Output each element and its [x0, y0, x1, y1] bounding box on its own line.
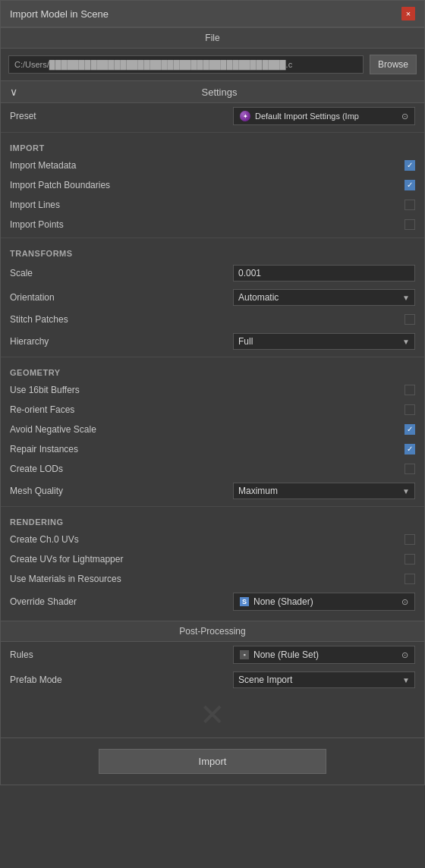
hierarchy-label: Hierarchy	[10, 336, 233, 347]
create-ch0-row: Create Ch.0 UVs	[1, 530, 424, 549]
reorient-control	[405, 404, 415, 415]
import-metadata-row: Import Metadata	[1, 156, 424, 175]
prefab-mode-value: Scene Import	[238, 675, 292, 685]
file-path-input[interactable]: C:/Users/███████████████████████████████…	[8, 55, 364, 74]
rules-value: None (Rule Set)	[253, 649, 397, 660]
rules-end-icon: ⊙	[401, 650, 408, 660]
prefab-mode-label: Prefab Mode	[10, 675, 233, 685]
create-ch0-control	[405, 534, 415, 545]
rules-control: ▪ None (Rule Set) ⊙	[233, 646, 415, 664]
avoid-negative-label: Avoid Negative Scale	[10, 424, 405, 435]
avoid-negative-checkbox[interactable]	[405, 424, 415, 435]
rendering-group-title: RENDERING	[1, 510, 424, 530]
shader-end-icon: ⊙	[401, 597, 408, 607]
import-points-row: Import Points	[1, 215, 424, 234]
orientation-label: Orientation	[10, 292, 233, 303]
use-materials-label: Use Materials in Resources	[10, 574, 405, 584]
mesh-quality-arrow-icon: ▼	[402, 487, 410, 495]
create-lods-control	[405, 464, 415, 474]
import-group-title: IMPORT	[1, 136, 424, 156]
import-metadata-control	[405, 160, 415, 171]
import-lines-label: Import Lines	[10, 200, 405, 210]
geometry-group-title: GEOMETRY	[1, 360, 424, 380]
prefab-mode-arrow-icon: ▼	[402, 676, 410, 684]
browse-button[interactable]: Browse	[370, 55, 417, 74]
repair-instances-label: Repair Instances	[10, 444, 405, 454]
use-16bit-label: Use 16bit Buffers	[10, 385, 405, 395]
shader-value: None (Shader)	[253, 596, 397, 607]
import-metadata-checkbox[interactable]	[405, 160, 415, 171]
hierarchy-control: Full ▼	[233, 333, 415, 350]
preset-dropdown[interactable]: ✦ Default Import Settings (Imp ⊙	[233, 107, 415, 125]
orientation-arrow-icon: ▼	[402, 294, 410, 302]
preset-row: Preset ✦ Default Import Settings (Imp ⊙	[1, 103, 424, 129]
rules-dropdown[interactable]: ▪ None (Rule Set) ⊙	[233, 646, 415, 664]
prefab-mode-dropdown[interactable]: Scene Import ▼	[233, 671, 415, 688]
scale-row: Scale	[1, 261, 424, 285]
orientation-value: Automatic	[238, 292, 279, 303]
preset-label: Preset	[10, 111, 233, 121]
use-materials-control	[405, 574, 415, 584]
use-16bit-control	[405, 385, 415, 395]
post-processing-header: Post-Processing	[1, 621, 424, 642]
stitch-row: Stitch Patches	[1, 310, 424, 329]
file-section-header: File	[1, 27, 424, 49]
stitch-checkbox[interactable]	[405, 314, 415, 325]
import-button[interactable]: Import	[99, 749, 326, 774]
transforms-group-title: TRANSFORMS	[1, 241, 424, 261]
import-patch-label: Import Patch Boundaries	[10, 180, 405, 190]
orientation-dropdown[interactable]: Automatic ▼	[233, 289, 415, 306]
mesh-quality-row: Mesh Quality Maximum ▼	[1, 479, 424, 503]
import-points-checkbox[interactable]	[405, 219, 415, 230]
preset-icon: ✦	[240, 111, 250, 121]
use-16bit-row: Use 16bit Buffers	[1, 380, 424, 400]
reorient-checkbox[interactable]	[405, 404, 415, 415]
hierarchy-row: Hierarchy Full ▼	[1, 329, 424, 354]
rules-icon: ▪	[240, 650, 249, 659]
override-shader-row: Override Shader S None (Shader) ⊙	[1, 589, 424, 615]
import-patch-checkbox[interactable]	[405, 180, 415, 190]
repair-instances-checkbox[interactable]	[405, 444, 415, 454]
preset-end-icon: ⊙	[401, 112, 408, 121]
stitch-label: Stitch Patches	[10, 314, 405, 325]
repair-instances-row: Repair Instances	[1, 439, 424, 459]
import-patch-control	[405, 180, 415, 190]
create-ch0-checkbox[interactable]	[405, 534, 415, 545]
watermark-area: ✕	[1, 692, 424, 737]
rules-row: Rules ▪ None (Rule Set) ⊙	[1, 642, 424, 668]
divider-3	[1, 357, 424, 357]
shader-icon: S	[240, 597, 249, 606]
avoid-negative-control	[405, 424, 415, 435]
hierarchy-dropdown[interactable]: Full ▼	[233, 333, 415, 350]
rules-label: Rules	[10, 649, 233, 660]
use-materials-row: Use Materials in Resources	[1, 569, 424, 589]
mesh-quality-dropdown[interactable]: Maximum ▼	[233, 483, 415, 499]
import-lines-control	[405, 200, 415, 210]
close-button[interactable]: ×	[401, 7, 415, 20]
import-model-window: Import Model in Scene × File C:/Users/██…	[0, 0, 425, 785]
hierarchy-arrow-icon: ▼	[402, 338, 410, 346]
import-patch-row: Import Patch Boundaries	[1, 175, 424, 195]
file-row: C:/Users/███████████████████████████████…	[1, 49, 424, 80]
import-points-control	[405, 219, 415, 230]
scale-label: Scale	[10, 268, 233, 278]
post-processing-section: Post-Processing Rules ▪ None (Rule Set) …	[1, 621, 424, 692]
create-uvs-lightmap-label: Create UVs for Lightmapper	[10, 554, 405, 565]
title-bar: Import Model in Scene ×	[1, 1, 424, 27]
create-uvs-lightmap-control	[405, 554, 415, 565]
reorient-row: Re-orient Faces	[1, 400, 424, 420]
mesh-quality-control: Maximum ▼	[233, 483, 415, 499]
create-lods-row: Create LODs	[1, 459, 424, 479]
settings-toggle[interactable]: ∨ Settings	[1, 80, 424, 103]
create-lods-checkbox[interactable]	[405, 464, 415, 474]
use-materials-checkbox[interactable]	[405, 574, 415, 584]
mesh-quality-value: Maximum	[238, 486, 278, 496]
prefab-mode-row: Prefab Mode Scene Import ▼	[1, 668, 424, 692]
import-lines-checkbox[interactable]	[405, 200, 415, 210]
scale-input[interactable]	[233, 265, 415, 281]
use-16bit-checkbox[interactable]	[405, 385, 415, 395]
orientation-control: Automatic ▼	[233, 289, 415, 306]
create-lods-label: Create LODs	[10, 464, 405, 474]
create-uvs-lightmap-checkbox[interactable]	[405, 554, 415, 565]
override-shader-dropdown[interactable]: S None (Shader) ⊙	[233, 593, 415, 611]
